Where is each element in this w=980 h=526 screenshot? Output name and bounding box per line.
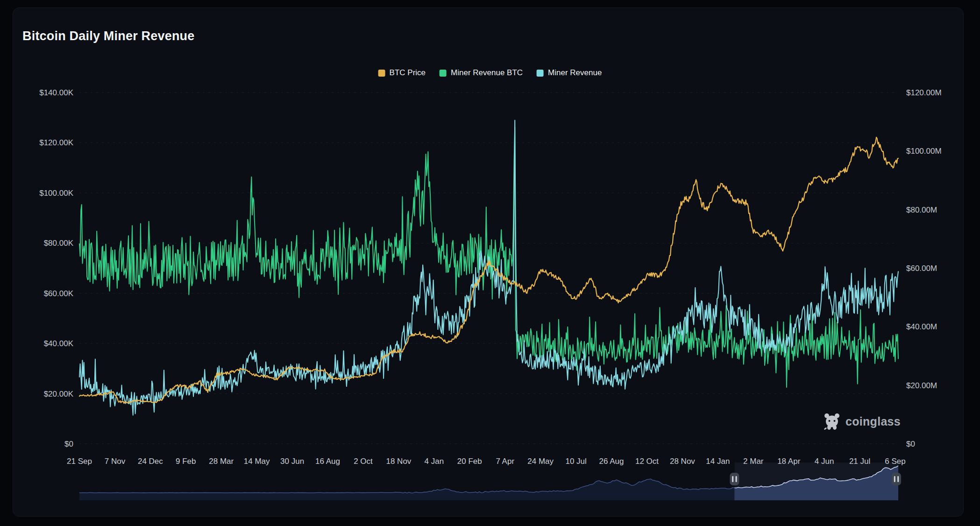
x-axis-label: 21 Sep xyxy=(67,457,92,466)
navigator[interactable] xyxy=(79,462,901,500)
x-axis-label: 12 Oct xyxy=(635,457,659,466)
y-axis-label-left: $40.00K xyxy=(44,339,74,348)
x-axis-label: 24 Dec xyxy=(138,457,163,466)
y-axis-label-left: $60.00K xyxy=(44,289,74,298)
y-axis-label-right: $80.00M xyxy=(906,206,937,214)
y-axis-label-right: $20.00M xyxy=(906,381,937,390)
y-axis-label-left: $100.00K xyxy=(39,189,73,198)
coinglass-logo-text: coinglass xyxy=(845,415,901,428)
y-axis-label-right: $100.00M xyxy=(906,147,942,156)
navigator-handle-left[interactable] xyxy=(730,473,739,485)
x-axis-label: 16 Aug xyxy=(315,457,340,466)
miner-revenue-chart[interactable]: $0$20.00K$40.00K$60.00K$80.00K$100.00K$1… xyxy=(0,0,980,526)
x-axis-label: 24 May xyxy=(527,457,554,466)
y-axis-label-right: $60.00M xyxy=(906,264,937,273)
coinglass-logo-icon xyxy=(823,412,841,431)
x-axis-label: 9 Feb xyxy=(176,457,196,466)
x-axis-label: 28 Mar xyxy=(209,457,234,466)
x-axis-label: 28 Nov xyxy=(670,457,695,466)
x-axis-label: 14 May xyxy=(244,457,270,466)
x-axis-label: 14 Jan xyxy=(706,457,730,466)
x-axis-label: 2 Oct xyxy=(354,457,373,466)
y-axis-label-right: $40.00M xyxy=(906,322,937,331)
x-axis-label: 7 Nov xyxy=(105,457,126,466)
x-axis-label: 7 Apr xyxy=(496,457,514,466)
x-axis-label: 10 Jul xyxy=(565,457,586,466)
x-axis-label: 4 Jan xyxy=(425,457,444,466)
y-axis-label-right: $120.00M xyxy=(906,88,942,97)
x-axis-label: 26 Aug xyxy=(599,457,624,466)
navigator-handle-right[interactable] xyxy=(892,473,901,485)
y-axis-label-right: $0 xyxy=(906,440,915,448)
y-axis-label-left: $140.00K xyxy=(39,88,73,97)
x-axis-label: 30 Jun xyxy=(280,457,304,466)
y-axis-label-left: $80.00K xyxy=(44,239,74,248)
series-lines xyxy=(79,121,898,415)
coinglass-watermark: coinglass xyxy=(823,412,901,431)
y-axis-label-left: $20.00K xyxy=(44,390,74,398)
y-axis-label-left: $0 xyxy=(64,440,73,448)
x-axis-label: 18 Nov xyxy=(386,457,411,466)
y-axis-label-left: $120.00K xyxy=(39,138,73,147)
x-axis-label: 20 Feb xyxy=(457,457,482,466)
